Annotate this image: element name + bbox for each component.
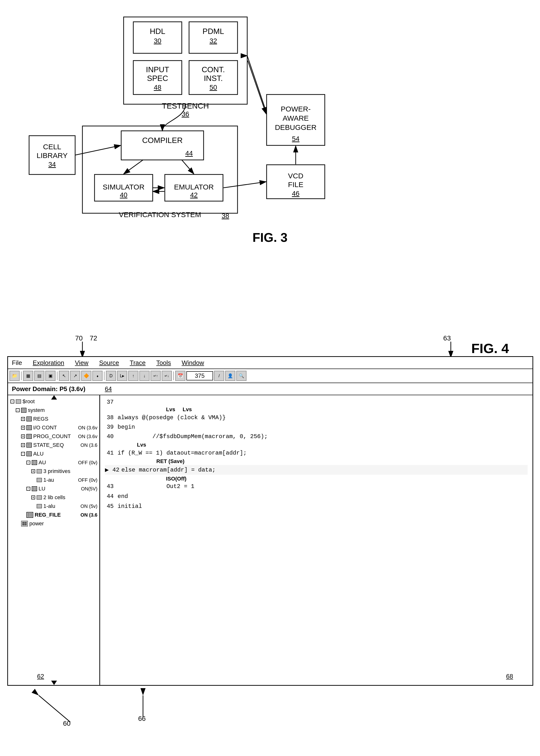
- content-44: end: [118, 493, 128, 500]
- tree-item-lu[interactable]: - LU ON(5V): [8, 484, 99, 493]
- svg-line-57: [39, 695, 70, 722]
- tb-open-btn[interactable]: 📁: [9, 371, 20, 381]
- status-1au: OFF (0v): [78, 477, 97, 483]
- menu-window[interactable]: Window: [182, 359, 204, 367]
- scroll-down-indicator[interactable]: [51, 681, 57, 685]
- tree-item-3prim[interactable]: + 3 primitives: [8, 467, 99, 476]
- svg-rect-1: [133, 22, 182, 53]
- lineno-37: 37: [105, 399, 114, 405]
- annotation-43: ISO(Off): [105, 475, 528, 482]
- label-70: 70: [75, 334, 83, 342]
- tree-item-iocont[interactable]: + I/O CONT ON (3.6v: [8, 423, 99, 432]
- tree-item-system[interactable]: - system: [8, 406, 99, 415]
- svg-text:INPUT: INPUT: [146, 65, 169, 74]
- menu-tools[interactable]: Tools: [156, 359, 171, 367]
- expand-root[interactable]: -: [10, 400, 14, 404]
- svg-rect-15: [124, 17, 247, 104]
- tree-item-regs[interactable]: + REGS: [8, 415, 99, 423]
- tb-btn2[interactable]: ▦: [23, 371, 33, 381]
- label-power: power: [29, 521, 44, 527]
- tb-btn8[interactable]: ⬧: [92, 371, 102, 381]
- label-1au: 1-au: [43, 477, 54, 483]
- tb-btn9[interactable]: D: [106, 371, 116, 381]
- svg-text:COMPILER: COMPILER: [142, 136, 183, 145]
- fig3-title: FIG. 3: [0, 230, 540, 245]
- svg-text:46: 46: [292, 190, 299, 197]
- tb-btn7[interactable]: 🔶: [81, 371, 91, 381]
- content-39: begin: [118, 424, 135, 430]
- toolbar-value-input[interactable]: [187, 371, 213, 380]
- tb-btn11[interactable]: ↑: [128, 371, 138, 381]
- label-alu: ALU: [33, 451, 44, 457]
- source-line-37: 37: [105, 398, 528, 406]
- tree-item-1au[interactable]: 1-au OFF (0v): [8, 476, 99, 484]
- tree-item-regfile[interactable]: REG_FILE ON (3.6: [8, 511, 99, 519]
- scroll-up-indicator[interactable]: [51, 395, 57, 400]
- annot-38-text: Lvs Lvs: [166, 406, 192, 413]
- toolbar: 📁 ▦ ▤ ▣ ↖ ↗ 🔶 ⬧ D L▸ ↑ ↓ ↵↑ ↵↓ 📅 / 👤 🔍: [8, 369, 532, 383]
- tb-btn15[interactable]: 📅: [175, 371, 186, 381]
- icon-system: [21, 408, 26, 413]
- menu-view[interactable]: View: [75, 359, 88, 367]
- svg-text:HDL: HDL: [150, 27, 165, 36]
- svg-text:CONT.: CONT.: [202, 65, 225, 74]
- source-line-45: 45 initial: [105, 501, 528, 511]
- tb-btn4[interactable]: ▣: [45, 371, 56, 381]
- svg-text:30: 30: [154, 37, 161, 45]
- label-iocont: I/O CONT: [33, 425, 57, 431]
- svg-rect-39: [267, 165, 325, 199]
- tree-panel: - $root - system: [8, 395, 100, 685]
- svg-rect-18: [29, 136, 75, 175]
- tb-btn6[interactable]: ↗: [70, 371, 80, 381]
- source-line-39: 39 begin: [105, 422, 528, 431]
- tb-btn10[interactable]: L▸: [117, 371, 127, 381]
- menu-bar: File Exploration View Source Trace Tools…: [8, 357, 532, 369]
- debugger-window: File Exploration View Source Trace Tools…: [7, 356, 533, 686]
- menu-exploration[interactable]: Exploration: [33, 359, 64, 367]
- tb-btn12[interactable]: ↓: [139, 371, 150, 381]
- svg-line-45: [182, 160, 194, 174]
- svg-line-49: [247, 56, 266, 111]
- tree-item-1alu[interactable]: 1-alu ON (5v): [8, 502, 99, 511]
- svg-text:VCD: VCD: [288, 172, 303, 180]
- tb-btn18[interactable]: 🔍: [236, 371, 246, 381]
- source-line-42: ▶ 42 else macroram[addr] = data;: [105, 465, 528, 475]
- svg-text:SPEC: SPEC: [147, 74, 168, 83]
- svg-text:PDML: PDML: [202, 27, 224, 36]
- tree-item-power[interactable]: power: [8, 519, 99, 528]
- svg-line-44: [124, 160, 143, 174]
- expand-system[interactable]: -: [16, 408, 20, 412]
- tree-item-progcount[interactable]: + PROG_COUNT ON (3.6v: [8, 432, 99, 441]
- content-40: //$fsdbDumpMem(macroram, 0, 256);: [118, 433, 268, 440]
- menu-file[interactable]: File: [12, 359, 22, 367]
- svg-line-48: [248, 61, 266, 114]
- label-1alu: 1-alu: [43, 503, 55, 509]
- tree-item-2lib[interactable]: + 2 lib cells: [8, 493, 99, 502]
- tree-item-au[interactable]: - AU OFF (0v): [8, 458, 99, 467]
- tb-btn5[interactable]: ↖: [59, 371, 69, 381]
- fig4-title: FIG. 4: [471, 340, 509, 356]
- status-1alu: ON (5v): [80, 504, 97, 509]
- svg-text:36: 36: [182, 110, 189, 118]
- tb-btn14[interactable]: ↵↓: [162, 371, 172, 381]
- svg-text:LIBRARY: LIBRARY: [37, 152, 68, 160]
- svg-rect-28: [165, 175, 223, 201]
- tree-item-stateseq[interactable]: + STATE_SEQ ON (3.6: [8, 441, 99, 449]
- menu-trace[interactable]: Trace: [130, 359, 146, 367]
- svg-line-51: [223, 182, 266, 188]
- tree-item-alu[interactable]: - ALU: [8, 449, 99, 458]
- tb-btn13[interactable]: ↵↑: [151, 371, 161, 381]
- tb-btn16[interactable]: /: [214, 371, 224, 381]
- power-domain-label: Power Domain: P5 (3.6v): [12, 385, 85, 393]
- svg-text:AWARE: AWARE: [283, 114, 309, 122]
- svg-text:54: 54: [292, 135, 299, 143]
- content-41: if (R_W == 1) dataout=macroram[addr];: [118, 450, 247, 456]
- status-progcount: ON (3.6v: [78, 434, 97, 439]
- tb-btn17[interactable]: 👤: [225, 371, 235, 381]
- tb-btn3[interactable]: ▤: [34, 371, 44, 381]
- menu-source[interactable]: Source: [99, 359, 119, 367]
- source-line-43: 43 Out2 = 1: [105, 482, 528, 491]
- label-72: 72: [90, 334, 97, 342]
- svg-rect-34: [267, 94, 325, 145]
- label-au: AU: [39, 459, 46, 466]
